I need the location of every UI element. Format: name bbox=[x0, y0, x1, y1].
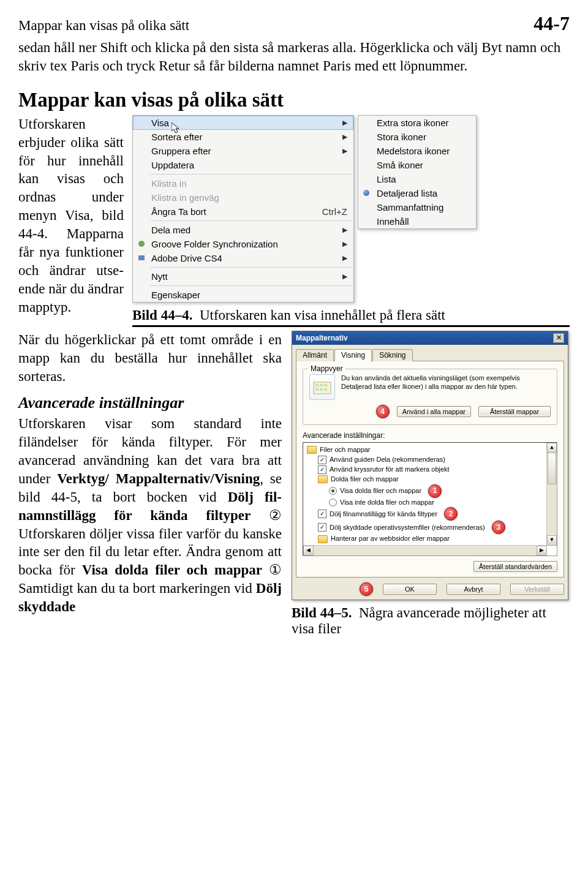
tree-row[interactable]: ✓Dölj skyddade operativsystemfiler (reko… bbox=[304, 521, 556, 534]
ok-button[interactable]: OK bbox=[383, 584, 437, 595]
context-menu-item[interactable]: Groove Folder Synchronization▶ bbox=[133, 237, 353, 251]
tree-row[interactable]: ✓Använd guiden Dela (rekommenderas) bbox=[304, 455, 556, 465]
submenu-item[interactable]: Detaljerad lista bbox=[358, 186, 476, 200]
context-menu: Visa▶Sortera efter▶Gruppera efter▶Uppdat… bbox=[132, 115, 354, 303]
context-menu-item[interactable]: Gruppera efter▶ bbox=[133, 144, 353, 158]
view-submenu: Extra stora ikonerStora ikonerMedelstora… bbox=[358, 115, 477, 229]
sync-icon bbox=[137, 239, 146, 249]
cancel-button[interactable]: Avbryt bbox=[447, 584, 500, 595]
advanced-paragraph: Utforskaren visar som standard inte filä… bbox=[18, 415, 282, 616]
tree-row[interactable]: Visa inte dolda filer och mappar bbox=[304, 498, 556, 508]
submenu-item[interactable]: Innehåll bbox=[358, 214, 476, 228]
svg-rect-3 bbox=[314, 382, 331, 394]
context-menu-item[interactable]: Uppdatera bbox=[133, 158, 353, 172]
tab-general[interactable]: Allmänt bbox=[296, 349, 334, 361]
checkbox[interactable]: ✓ bbox=[318, 456, 326, 464]
dialog-title-text: Mappalternativ bbox=[296, 334, 348, 342]
subsection-title: Avancerade inställningar bbox=[18, 393, 282, 413]
tree-row[interactable]: Hanterar par av webbsidor eller mappar bbox=[304, 534, 556, 544]
context-menu-item[interactable]: Egenskaper bbox=[133, 288, 353, 302]
section-title: Mappar kan visas på olika sätt bbox=[18, 89, 570, 111]
chevron-right-icon: ▶ bbox=[330, 273, 347, 280]
groupbox-text: Du kan använda det aktuella visningsläge… bbox=[341, 374, 551, 391]
folder-icon bbox=[318, 475, 328, 483]
context-menu-item[interactable]: Adobe Drive CS4▶ bbox=[133, 251, 353, 265]
chevron-right-icon: ▶ bbox=[330, 226, 347, 234]
tree-row[interactable]: Visa dolda filer och mappar1 bbox=[304, 484, 556, 498]
checkbox[interactable]: ✓ bbox=[318, 510, 326, 518]
tab-search[interactable]: Sökning bbox=[372, 349, 412, 361]
tree-row[interactable]: Dolda filer och mappar bbox=[304, 475, 556, 484]
callout-5: 5 bbox=[360, 582, 373, 596]
svg-rect-8 bbox=[320, 388, 323, 391]
para-continuation: När du högerklick­ar på ett tomt område … bbox=[18, 331, 282, 386]
svg-rect-5 bbox=[320, 384, 323, 386]
dialog-titlebar: Mappalternativ ✕ bbox=[292, 331, 568, 345]
context-menu-item[interactable]: Klistra in bbox=[133, 176, 353, 190]
apply-button[interactable]: Verkställ bbox=[510, 584, 564, 595]
figure-1-caption: Bild 44–4. Utforskaren kan visa innehåll… bbox=[132, 307, 570, 323]
advanced-tree[interactable]: Filer och mappar✓Använd guiden Dela (rek… bbox=[303, 442, 557, 556]
chevron-right-icon: ▶ bbox=[330, 240, 347, 248]
folder-views-group: Mappvyer Du kan använda det aktuella vis… bbox=[303, 369, 557, 425]
radio[interactable] bbox=[329, 499, 337, 506]
submenu-item[interactable]: Medelstora ikoner bbox=[358, 144, 476, 158]
intro-paragraph: sedan håll ner Shift och klicka på den s… bbox=[18, 39, 570, 75]
page-number: 44-7 bbox=[533, 12, 570, 35]
submenu-item[interactable]: Sammanfattning bbox=[358, 200, 476, 214]
checkbox[interactable]: ✓ bbox=[318, 523, 326, 532]
radio[interactable] bbox=[329, 487, 337, 495]
vertical-scrollbar[interactable]: ▲▼ bbox=[546, 443, 557, 546]
submenu-item[interactable]: Små ikoner bbox=[358, 158, 476, 172]
chevron-right-icon: ▶ bbox=[330, 254, 347, 262]
callout-2: 2 bbox=[444, 507, 458, 521]
left-column-text-1: Utforskaren erbjuder olika sätt för hur … bbox=[18, 115, 124, 327]
svg-rect-2 bbox=[138, 255, 145, 260]
context-menu-item[interactable]: Sortera efter▶ bbox=[133, 130, 353, 144]
folder-icon bbox=[318, 535, 328, 543]
tab-view[interactable]: Visning bbox=[334, 349, 372, 361]
svg-rect-4 bbox=[315, 384, 318, 386]
chevron-right-icon: ▶ bbox=[330, 133, 347, 141]
context-menu-item[interactable]: Dela med▶ bbox=[133, 223, 353, 237]
drive-icon bbox=[137, 253, 146, 263]
advanced-settings-label: Avancerade inställningar: bbox=[303, 431, 557, 440]
context-menu-item[interactable]: Visa▶ bbox=[133, 116, 353, 130]
figure-2-caption: Bild 44–5. Några avancerade möjlig­heter… bbox=[292, 605, 570, 637]
callout-1: 1 bbox=[428, 484, 442, 498]
tree-row[interactable]: Filer och mappar bbox=[304, 445, 556, 455]
svg-rect-9 bbox=[324, 388, 327, 391]
svg-point-1 bbox=[138, 241, 145, 247]
svg-rect-6 bbox=[324, 384, 327, 386]
svg-rect-7 bbox=[315, 388, 318, 391]
running-header: Mappar kan visas på olika sätt bbox=[18, 18, 189, 34]
submenu-item[interactable]: Lista bbox=[358, 172, 476, 186]
callout-4: 4 bbox=[376, 405, 390, 418]
submenu-item[interactable]: Extra stora ikoner bbox=[358, 116, 476, 130]
context-menu-item[interactable]: Klistra in genväg bbox=[133, 190, 353, 205]
folder-options-dialog: Mappalternativ ✕ Allmänt Visning Sökning… bbox=[292, 331, 568, 600]
folder-view-icon bbox=[309, 374, 335, 400]
close-icon[interactable]: ✕ bbox=[553, 333, 564, 343]
horizontal-scrollbar[interactable]: ◀▶ bbox=[303, 545, 547, 555]
caption-rule bbox=[132, 325, 570, 327]
folder-icon bbox=[307, 446, 317, 454]
chevron-right-icon: ▶ bbox=[330, 119, 347, 127]
context-menu-item[interactable]: Nytt▶ bbox=[133, 269, 353, 284]
reset-folders-button[interactable]: Återställ mappar bbox=[478, 406, 551, 417]
chevron-right-icon: ▶ bbox=[330, 147, 347, 155]
tree-row[interactable]: ✓Dölj filnamnstillägg för kända filtyper… bbox=[304, 507, 556, 521]
submenu-item[interactable]: Stora ikoner bbox=[358, 130, 476, 144]
apply-to-all-folders-button[interactable]: Använd i alla mappar bbox=[397, 406, 471, 417]
checkbox[interactable]: ✓ bbox=[318, 465, 326, 474]
groupbox-title: Mappvyer bbox=[308, 364, 345, 373]
context-menu-item[interactable]: Ångra Ta bortCtrl+Z bbox=[133, 205, 353, 219]
callout-3: 3 bbox=[492, 521, 505, 534]
reset-defaults-button[interactable]: Återställ standardvärden bbox=[473, 561, 557, 572]
tree-row[interactable]: ✓Använd kryssrutor för att markera objek… bbox=[304, 465, 556, 475]
bullet-icon bbox=[363, 190, 369, 196]
dialog-tabs: Allmänt Visning Sökning bbox=[296, 348, 564, 361]
